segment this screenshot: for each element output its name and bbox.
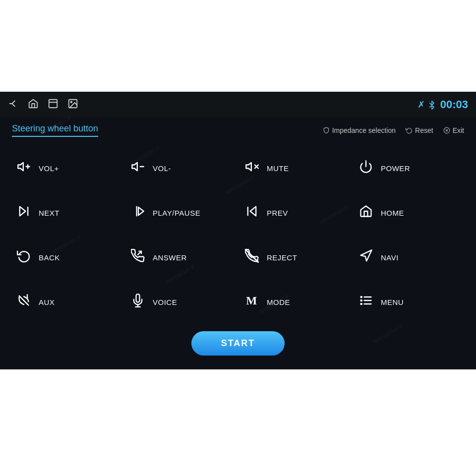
exit-action[interactable]: Exit — [443, 126, 464, 134]
start-button-container: START — [0, 329, 476, 356]
answer-label: ANSWER — [153, 253, 187, 262]
prev-label: PREV — [267, 209, 288, 217]
page-header: Steering wheel button Impedance selectio… — [0, 118, 476, 141]
reject-button[interactable]: REJECT — [238, 235, 352, 280]
vol-minus-icon — [129, 160, 147, 177]
next-label: NEXT — [39, 209, 60, 217]
back-button[interactable]: BACK — [10, 235, 124, 280]
svg-marker-21 — [250, 206, 256, 216]
aux-label: AUX — [39, 298, 55, 306]
mute-button[interactable]: MUTE — [238, 146, 352, 190]
vol-plus-button[interactable]: VOL+ — [10, 146, 124, 190]
next-button[interactable]: NEXT — [10, 190, 124, 235]
navi-icon — [357, 249, 375, 266]
voice-button[interactable]: VOICE — [124, 280, 238, 324]
svg-text:M: M — [246, 294, 257, 307]
mode-button[interactable]: M MODE — [238, 280, 352, 324]
image-nav-icon[interactable] — [67, 98, 78, 112]
power-button[interactable]: POWER — [352, 146, 466, 190]
svg-marker-7 — [18, 162, 23, 170]
power-icon — [357, 160, 375, 177]
next-icon — [15, 204, 33, 222]
play-pause-label: PLAY/PAUSE — [153, 209, 200, 217]
svg-point-36 — [361, 303, 362, 304]
menu-icon — [357, 294, 375, 311]
menu-button[interactable]: MENU — [352, 280, 466, 324]
bluetooth-icon: ✗ — [417, 99, 436, 110]
nav-bar: ✗ 00:03 — [0, 92, 476, 118]
svg-rect-0 — [49, 99, 58, 108]
button-grid: VOL+ VOL- MUTE — [0, 141, 476, 329]
home-label: HOME — [381, 209, 404, 217]
svg-marker-13 — [246, 162, 251, 170]
play-pause-icon — [129, 204, 147, 222]
svg-marker-20 — [138, 207, 144, 215]
voice-icon — [129, 294, 147, 311]
answer-button[interactable]: ANSWER — [124, 235, 238, 280]
vol-minus-button[interactable]: VOL- — [124, 146, 238, 190]
svg-point-35 — [361, 299, 362, 300]
prev-icon — [243, 204, 261, 222]
navi-label: NAVI — [381, 253, 399, 262]
mode-icon: M — [243, 294, 261, 311]
window-nav-icon[interactable] — [48, 98, 59, 112]
answer-icon — [129, 249, 147, 266]
aux-icon — [15, 294, 33, 311]
bottom-white-area — [0, 369, 476, 476]
reset-action[interactable]: Reset — [406, 126, 433, 134]
back-icon — [15, 249, 33, 266]
back-nav-icon[interactable] — [8, 98, 19, 112]
nav-left — [8, 98, 78, 112]
reject-label: REJECT — [267, 253, 297, 262]
vol-plus-icon — [15, 160, 33, 177]
mute-label: MUTE — [267, 164, 289, 173]
mute-icon — [243, 160, 261, 177]
home-icon — [357, 204, 375, 222]
svg-marker-25 — [361, 250, 372, 261]
home-button[interactable]: HOME — [352, 190, 466, 235]
main-container: wincairan.ir wincairan.ir wincairan.ir w… — [0, 92, 476, 369]
start-button[interactable]: START — [191, 331, 285, 356]
mode-label: MODE — [267, 298, 290, 306]
aux-button[interactable]: AUX — [10, 280, 124, 324]
svg-point-34 — [361, 296, 362, 297]
navi-button[interactable]: NAVI — [352, 235, 466, 280]
svg-point-3 — [70, 101, 72, 103]
power-label: POWER — [381, 164, 410, 173]
vol-minus-label: VOL- — [153, 164, 171, 173]
voice-label: VOICE — [153, 298, 177, 306]
page-title: Steering wheel button — [12, 123, 98, 137]
header-actions: Impedance selection Reset Exit — [323, 126, 464, 134]
nav-right: ✗ 00:03 — [417, 98, 468, 111]
top-white-area — [0, 0, 476, 92]
back-label: BACK — [39, 253, 60, 262]
impedance-selection-action[interactable]: Impedance selection — [323, 126, 396, 134]
reject-icon — [243, 249, 261, 266]
prev-button[interactable]: PREV — [238, 190, 352, 235]
vol-plus-label: VOL+ — [39, 164, 59, 173]
menu-label: MENU — [381, 298, 404, 306]
play-pause-button[interactable]: PLAY/PAUSE — [124, 190, 238, 235]
time-display: 00:03 — [440, 98, 468, 111]
svg-marker-11 — [132, 162, 137, 170]
svg-marker-17 — [20, 206, 26, 216]
home-nav-icon[interactable] — [28, 98, 39, 112]
